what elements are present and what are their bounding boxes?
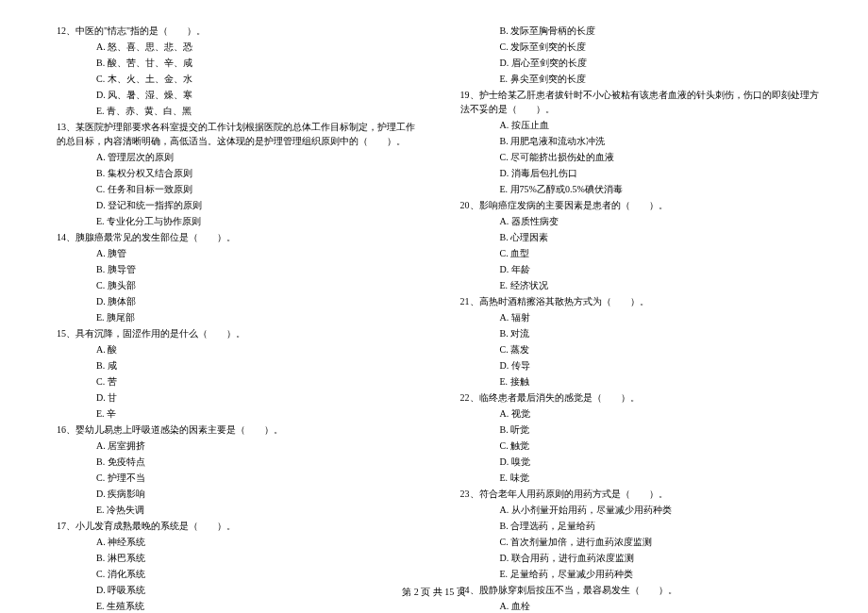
q12-opt-a: A. 怒、喜、思、悲、恐 (57, 40, 418, 54)
q21-opt-e: E. 接触 (460, 374, 822, 389)
q16-text: 16、婴幼儿易患上呼吸道感染的因素主要是（ ）。 (57, 422, 418, 437)
q18-opt-b: B. 发际至胸骨柄的长度 (460, 24, 822, 38)
q12-opt-c: C. 木、火、土、金、水 (57, 72, 418, 86)
q15-opt-e: E. 辛 (57, 406, 418, 421)
q20-opt-a: A. 器质性病变 (460, 214, 822, 228)
q19-text: 19、护士给某乙肝患者拔针时不小心被粘有该患者血液的针头刺伤，伤口的即刻处理方法… (460, 88, 822, 116)
q17-opt-c: C. 消化系统 (57, 567, 418, 581)
q15-opt-d: D. 甘 (57, 390, 418, 405)
q23-opt-d: D. 联合用药，进行血药浓度监测 (460, 551, 822, 565)
q23-text: 23、符合老年人用药原则的用药方式是（ ）。 (460, 487, 822, 501)
q17-opt-a: A. 神经系统 (57, 535, 418, 549)
q15-text: 15、具有沉降，固涩作用的是什么（ ）。 (57, 326, 418, 340)
q19-opt-b: B. 用肥皂液和流动水冲洗 (460, 134, 822, 148)
q23-opt-c: C. 首次剂量加倍，进行血药浓度监测 (460, 535, 822, 549)
right-column: B. 发际至胸骨柄的长度 C. 发际至剑突的长度 D. 眉心至剑突的长度 E. … (437, 24, 831, 613)
q14-opt-c: C. 胰头部 (57, 278, 418, 292)
q14-text: 14、胰腺癌最常见的发生部位是（ ）。 (57, 230, 418, 244)
q17-text: 17、小儿发育成熟最晚的系统是（ ）。 (57, 519, 418, 533)
q22-opt-b: B. 听觉 (460, 422, 822, 437)
q13-opt-d: D. 登记和统一指挥的原则 (57, 198, 418, 212)
q18-opt-d: D. 眉心至剑突的长度 (460, 56, 822, 70)
q15-opt-a: A. 酸 (57, 342, 418, 356)
q22-opt-a: A. 视觉 (460, 406, 822, 421)
q22-opt-e: E. 味觉 (460, 471, 822, 485)
q15-opt-c: C. 苦 (57, 374, 418, 389)
q17-opt-e: E. 生殖系统 (57, 599, 418, 613)
q12-opt-b: B. 酸、苦、甘、辛、咸 (57, 56, 418, 70)
q23-opt-a: A. 从小剂量开始用药，尽量减少用药种类 (460, 503, 822, 517)
q13-opt-e: E. 专业化分工与协作原则 (57, 214, 418, 228)
q16-opt-b: B. 免疫特点 (57, 455, 418, 469)
left-column: 12、中医的"情志"指的是（ ）。 A. 怒、喜、思、悲、恐 B. 酸、苦、甘、… (57, 24, 437, 613)
page-container: 12、中医的"情志"指的是（ ）。 A. 怒、喜、思、悲、恐 B. 酸、苦、甘、… (0, 0, 868, 613)
q20-opt-c: C. 血型 (460, 246, 822, 260)
q22-text: 22、临终患者最后消失的感觉是（ ）。 (460, 390, 822, 405)
q22-opt-d: D. 嗅觉 (460, 455, 822, 469)
q21-opt-b: B. 对流 (460, 326, 822, 340)
q23-opt-b: B. 合理选药，足量给药 (460, 519, 822, 533)
q15-opt-b: B. 咸 (57, 358, 418, 373)
q19-opt-e: E. 用75%乙醇或0.5%碘伏消毒 (460, 182, 822, 196)
q16-opt-d: D. 疾病影响 (57, 487, 418, 501)
q16-opt-e: E. 冷热失调 (57, 503, 418, 517)
q20-opt-d: D. 年龄 (460, 262, 822, 276)
q14-opt-e: E. 胰尾部 (57, 310, 418, 324)
q18-opt-e: E. 鼻尖至剑突的长度 (460, 72, 822, 86)
q13-opt-b: B. 集权分权又结合原则 (57, 166, 418, 180)
q13-text: 13、某医院护理部要求各科室提交的工作计划根据医院的总体工作目标制定，护理工作的… (57, 120, 418, 148)
q20-text: 20、影响癌症发病的主要因素是患者的（ ）。 (460, 198, 822, 212)
q20-opt-e: E. 经济状况 (460, 278, 822, 292)
q19-opt-c: C. 尽可能挤出损伤处的血液 (460, 150, 822, 164)
q21-opt-c: C. 蒸发 (460, 342, 822, 356)
q19-opt-a: A. 按压止血 (460, 118, 822, 132)
q16-opt-a: A. 居室拥挤 (57, 439, 418, 453)
q12-opt-e: E. 青、赤、黄、白、黑 (57, 104, 418, 118)
q21-text: 21、高热时酒精擦浴其散热方式为（ ）。 (460, 294, 822, 308)
q12-text: 12、中医的"情志"指的是（ ）。 (57, 24, 418, 38)
q23-opt-e: E. 足量给药，尽量减少用药种类 (460, 567, 822, 581)
q16-opt-c: C. 护理不当 (57, 471, 418, 485)
q18-opt-c: C. 发际至剑突的长度 (460, 40, 822, 54)
page-footer: 第 2 页 共 15 页 (0, 585, 868, 599)
q20-opt-b: B. 心理因素 (460, 230, 822, 244)
q13-opt-a: A. 管理层次的原则 (57, 150, 418, 164)
q19-opt-d: D. 消毒后包扎伤口 (460, 166, 822, 180)
q13-opt-c: C. 任务和目标一致原则 (57, 182, 418, 196)
q14-opt-d: D. 胰体部 (57, 294, 418, 308)
q12-opt-d: D. 风、暑、湿、燥、寒 (57, 88, 418, 102)
q17-opt-b: B. 淋巴系统 (57, 551, 418, 565)
q21-opt-a: A. 辐射 (460, 310, 822, 324)
q22-opt-c: C. 触觉 (460, 439, 822, 453)
q21-opt-d: D. 传导 (460, 358, 822, 373)
q14-opt-b: B. 胰导管 (57, 262, 418, 276)
q24-opt-a: A. 血栓 (460, 599, 822, 613)
q14-opt-a: A. 胰管 (57, 246, 418, 260)
